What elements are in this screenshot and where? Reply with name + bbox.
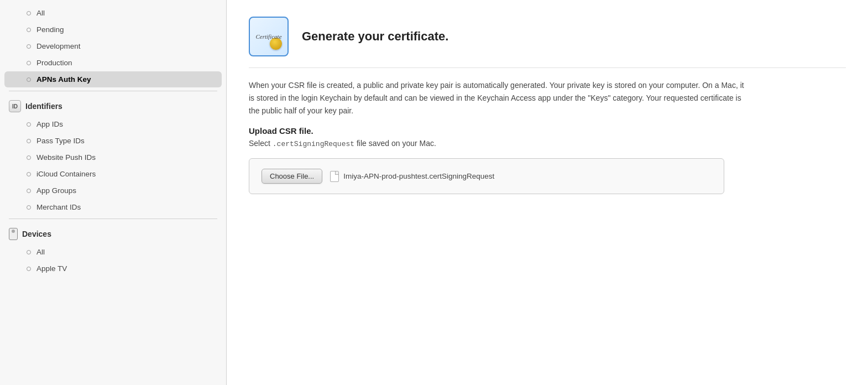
bullet-icon [27, 28, 31, 32]
file-doc-icon [330, 171, 339, 182]
sidebar-item-pass-type-ids[interactable]: Pass Type IDs [4, 133, 222, 149]
sidebar-item-devices-apple-tv[interactable]: Apple TV [4, 261, 222, 277]
certificate-icon: Certificate [249, 17, 289, 56]
file-name-area: Imiya-APN-prod-pushtest.certSigningReque… [330, 171, 494, 182]
main-content: Certificate Generate your certificate. W… [227, 0, 868, 385]
bullet-icon [27, 172, 31, 176]
bullet-icon [27, 11, 31, 15]
devices-header: Devices [0, 222, 226, 243]
sidebar-item-production[interactable]: Production [4, 55, 222, 71]
bullet-icon [27, 155, 31, 160]
sidebar-item-merchant-ids[interactable]: Merchant IDs [4, 199, 222, 215]
bullet-icon [27, 139, 31, 143]
divider-1 [9, 91, 217, 91]
sidebar-item-website-push-ids[interactable]: Website Push IDs [4, 149, 222, 165]
bullet-icon [27, 122, 31, 127]
upload-title: Upload CSR file. [249, 126, 846, 136]
file-upload-box: Choose File... Imiya-APN-prod-pushtest.c… [249, 158, 724, 194]
sidebar: All Pending Development Production APNs … [0, 0, 227, 385]
bullet-icon [27, 61, 31, 65]
sidebar-item-all[interactable]: All [4, 5, 222, 21]
bullet-icon [27, 267, 31, 271]
upload-section: Upload CSR file. Select .certSigningRequ… [249, 126, 846, 194]
sidebar-item-pending[interactable]: Pending [4, 22, 222, 38]
sidebar-item-development[interactable]: Development [4, 38, 222, 54]
bullet-icon [27, 250, 31, 254]
choose-file-button[interactable]: Choose File... [262, 169, 322, 184]
sidebar-item-app-groups[interactable]: App Groups [4, 183, 222, 199]
sidebar-identifiers-section: ID Identifiers App IDs Pass Type IDs Web… [0, 95, 226, 215]
sidebar-item-icloud-containers[interactable]: iCloud Containers [4, 166, 222, 182]
header-divider [249, 67, 846, 68]
bullet-icon [27, 44, 31, 49]
file-name-label: Imiya-APN-prod-pushtest.certSigningReque… [343, 172, 494, 180]
sidebar-item-apns-auth-key[interactable]: APNs Auth Key [4, 71, 222, 87]
page-title: Generate your certificate. [302, 29, 448, 44]
sidebar-item-devices-all[interactable]: All [4, 244, 222, 260]
description-text: When your CSR file is created, a public … [249, 79, 746, 117]
sidebar-devices-section: Devices All Apple TV [0, 222, 226, 277]
sidebar-item-app-ids[interactable]: App IDs [4, 116, 222, 132]
sidebar-certificates-group: All Pending Development Production APNs … [0, 5, 226, 87]
divider-2 [9, 218, 217, 219]
page-header: Certificate Generate your certificate. [249, 17, 846, 56]
identifiers-header: ID Identifiers [0, 95, 226, 116]
bullet-icon [27, 189, 31, 193]
bullet-icon [27, 205, 31, 210]
id-icon: ID [9, 100, 21, 112]
device-icon [9, 228, 18, 240]
bullet-icon [27, 77, 31, 82]
upload-subtitle: Select .certSigningRequest file saved on… [249, 139, 846, 148]
